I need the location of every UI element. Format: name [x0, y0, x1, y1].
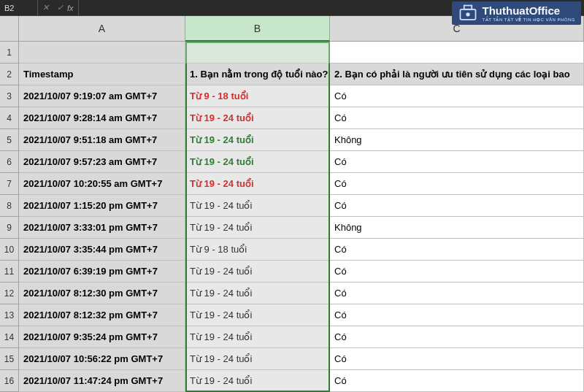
cell-answer[interactable]: Có: [330, 195, 584, 217]
cell-timestamp[interactable]: 2021/10/07 8:12:30 pm GMT+7: [19, 283, 185, 304]
select-all-corner[interactable]: [0, 16, 19, 42]
row-header[interactable]: 7: [0, 173, 19, 195]
row-header[interactable]: 10: [0, 239, 19, 261]
cell-timestamp[interactable]: 2021/10/07 3:33:01 pm GMT+7: [19, 217, 185, 239]
cell-timestamp[interactable]: 2021/10/07 8:12:32 pm GMT+7: [19, 304, 185, 326]
cell-age-range[interactable]: Từ 19 - 24 tuổi: [185, 129, 330, 151]
watermark-badge: ThuthuatOffice TẤT TẦN TẬT VỀ TIN HỌC VĂ…: [452, 1, 581, 25]
cell-answer[interactable]: Có: [330, 304, 584, 326]
cell-answer[interactable]: Có: [330, 348, 584, 370]
watermark-text: ThuthuatOffice: [483, 4, 561, 17]
cell-age-range[interactable]: Từ 19 - 24 tuổi: [185, 107, 330, 129]
cell-answer[interactable]: Có: [330, 173, 584, 195]
row-header[interactable]: 13: [0, 304, 19, 326]
cell-empty[interactable]: [330, 42, 584, 64]
cell-answer[interactable]: Có: [330, 370, 584, 392]
header-cell-A[interactable]: Timestamp: [19, 64, 185, 85]
cell-age-range[interactable]: Từ 19 - 24 tuổi: [185, 348, 330, 370]
cell-timestamp[interactable]: 2021/10/07 9:28:14 am GMT+7: [19, 107, 185, 129]
row-header[interactable]: 6: [0, 151, 19, 173]
cancel-icon[interactable]: ✕: [38, 0, 53, 15]
cell-age-range[interactable]: Từ 19 - 24 tuổi: [185, 195, 330, 217]
watermark-subtext: TẤT TẦN TẬT VỀ TIN HỌC VĂN PHÒNG: [483, 17, 575, 22]
cell-answer[interactable]: Có: [330, 239, 584, 261]
cell-age-range[interactable]: Từ 19 - 24 tuổi: [185, 326, 330, 348]
header-cell-C[interactable]: 2. Bạn có phải là người ưu tiên sử dụng …: [330, 64, 584, 85]
cell-age-range[interactable]: Từ 19 - 24 tuổi: [185, 217, 330, 239]
svg-point-2: [466, 12, 469, 16]
cell-timestamp[interactable]: 2021/10/07 9:57:23 am GMT+7: [19, 151, 185, 173]
row-header[interactable]: 4: [0, 107, 19, 129]
cell-timestamp[interactable]: 2021/10/07 1:15:20 pm GMT+7: [19, 195, 185, 217]
row-header[interactable]: 11: [0, 261, 19, 283]
cell-timestamp[interactable]: 2021/10/07 10:20:55 am GMT+7: [19, 173, 185, 195]
confirm-icon[interactable]: ✓: [53, 0, 67, 15]
cell-age-range[interactable]: Từ 19 - 24 tuổi: [185, 173, 330, 195]
row-header[interactable]: 5: [0, 129, 19, 151]
cell-timestamp[interactable]: 2021/10/07 11:47:24 pm GMT+7: [19, 370, 185, 392]
cell-age-range[interactable]: Từ 19 - 24 tuổi: [185, 151, 330, 173]
row-header[interactable]: 3: [0, 85, 19, 107]
cell-answer[interactable]: Có: [330, 326, 584, 348]
cell-answer[interactable]: Có: [330, 283, 584, 304]
cell-age-range[interactable]: Từ 19 - 24 tuổi: [185, 283, 330, 304]
cell-timestamp[interactable]: 2021/10/07 6:39:19 pm GMT+7: [19, 261, 185, 283]
row-header[interactable]: 9: [0, 217, 19, 239]
svg-rect-1: [464, 6, 472, 9]
column-header-B[interactable]: B: [185, 16, 330, 42]
cell-age-range[interactable]: Từ 19 - 24 tuổi: [185, 370, 330, 392]
cell-timestamp[interactable]: 2021/10/07 3:35:44 pm GMT+7: [19, 239, 185, 261]
row-header[interactable]: 14: [0, 326, 19, 348]
cell-answer[interactable]: Có: [330, 261, 584, 283]
cell-timestamp[interactable]: 2021/10/07 9:51:18 am GMT+7: [19, 129, 185, 151]
row-header[interactable]: 15: [0, 348, 19, 370]
cell-timestamp[interactable]: 2021/10/07 9:19:07 am GMT+7: [19, 85, 185, 107]
cell-answer[interactable]: Có: [330, 151, 584, 173]
cell-age-range[interactable]: Từ 19 - 24 tuổi: [185, 261, 330, 283]
cell-age-range[interactable]: Từ 19 - 24 tuổi: [185, 304, 330, 326]
cell-empty[interactable]: [19, 42, 185, 64]
row-headers: 1234567891011121314151617: [0, 42, 19, 392]
cell-answer[interactable]: Có: [330, 107, 584, 129]
cell-grid: Timestamp1. Bạn nằm trong độ tuổi nào?2.…: [19, 42, 584, 392]
header-cell-B[interactable]: 1. Bạn nằm trong độ tuổi nào?: [185, 64, 330, 85]
watermark-logo-icon: [458, 3, 478, 23]
cell-age-range[interactable]: Từ 9 - 18 tuổi: [185, 239, 330, 261]
cell-answer[interactable]: Không: [330, 217, 584, 239]
row-header[interactable]: 2: [0, 64, 19, 85]
cell-timestamp[interactable]: 2021/10/07 10:56:22 pm GMT+7: [19, 348, 185, 370]
name-box[interactable]: B2: [0, 0, 38, 15]
row-header[interactable]: 16: [0, 370, 19, 392]
row-header[interactable]: 1: [0, 42, 19, 64]
cell-age-range[interactable]: Từ 9 - 18 tuổi: [185, 85, 330, 107]
cell-timestamp[interactable]: 2021/10/07 9:35:24 pm GMT+7: [19, 326, 185, 348]
cell-answer[interactable]: Có: [330, 85, 584, 107]
cell-empty[interactable]: [185, 42, 330, 64]
fx-icon[interactable]: fx: [67, 0, 79, 15]
row-header[interactable]: 8: [0, 195, 19, 217]
column-header-A[interactable]: A: [19, 16, 185, 42]
row-header[interactable]: 12: [0, 283, 19, 304]
cell-answer[interactable]: Không: [330, 129, 584, 151]
